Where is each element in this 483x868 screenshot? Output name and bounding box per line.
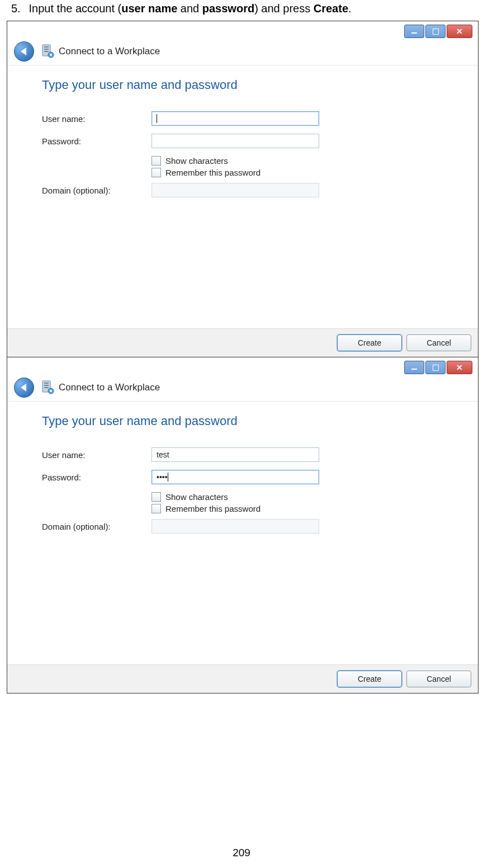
minimize-icon — [411, 369, 417, 370]
cancel-button[interactable]: Cancel — [406, 334, 471, 351]
wizard-footer: Create Cancel — [7, 664, 478, 693]
maximize-icon — [433, 365, 439, 371]
svg-rect-2 — [44, 49, 49, 50]
username-input[interactable]: test — [151, 447, 319, 462]
remember-password-checkbox[interactable] — [151, 168, 161, 177]
show-characters-row: Show characters — [151, 492, 458, 502]
window-chrome-buttons: ✕ — [404, 25, 472, 38]
domain-label: Domain (optional): — [42, 186, 151, 195]
wizard-footer: Create Cancel — [7, 328, 478, 357]
show-characters-checkbox[interactable] — [151, 156, 161, 166]
maximize-icon — [433, 29, 439, 35]
close-icon: ✕ — [456, 364, 463, 371]
minimize-button[interactable] — [404, 25, 424, 38]
password-row: Password: — [42, 134, 458, 148]
domain-row: Domain (optional): — [42, 519, 458, 534]
wizard-heading: Type your user name and password — [42, 78, 458, 92]
maximize-button[interactable] — [425, 361, 446, 374]
password-value: •••• — [157, 473, 168, 482]
wizard-content: Type your user name and password User na… — [7, 65, 478, 328]
close-icon: ✕ — [456, 27, 463, 35]
screenshots-container: ✕ Connect to a Workplace Type your user … — [7, 21, 479, 694]
username-label: User name: — [42, 450, 151, 460]
svg-point-5 — [50, 54, 52, 56]
remember-password-label: Remember this password — [165, 168, 261, 177]
create-button[interactable]: Create — [337, 671, 402, 687]
wizard-window: ✕ Connect to a Workplace Type your user … — [7, 357, 478, 693]
back-arrow-icon — [21, 48, 26, 55]
username-input[interactable] — [151, 111, 319, 126]
show-characters-label: Show characters — [165, 156, 228, 166]
maximize-button[interactable] — [425, 25, 446, 38]
wizard-window: ✕ Connect to a Workplace Type your user … — [7, 21, 478, 357]
minimize-icon — [411, 32, 417, 34]
svg-rect-1 — [44, 46, 49, 48]
domain-input[interactable] — [151, 519, 319, 534]
show-characters-checkbox[interactable] — [151, 492, 161, 502]
domain-label: Domain (optional): — [42, 522, 151, 531]
wizard-heading: Type your user name and password — [42, 414, 458, 428]
wizard-title: Connect to a Workplace — [59, 46, 160, 57]
remember-password-checkbox[interactable] — [151, 504, 161, 513]
step-instruction: 5. Input the account (user name and pass… — [0, 0, 483, 18]
svg-rect-8 — [44, 385, 49, 386]
show-characters-label: Show characters — [165, 492, 228, 502]
password-label: Password: — [42, 136, 151, 146]
back-button[interactable] — [14, 378, 34, 398]
back-arrow-icon — [21, 384, 26, 391]
password-input[interactable]: •••• — [151, 470, 319, 484]
password-input[interactable] — [151, 134, 319, 148]
credentials-form: User name: test Password: •••• Show cha — [42, 447, 458, 534]
svg-rect-7 — [44, 383, 49, 384]
svg-point-11 — [50, 390, 52, 392]
close-button[interactable]: ✕ — [447, 361, 472, 374]
svg-rect-3 — [44, 51, 49, 52]
username-row: User name: — [42, 111, 458, 126]
step-number: 5. — [11, 2, 26, 15]
domain-input[interactable] — [151, 183, 319, 197]
minimize-button[interactable] — [404, 361, 424, 374]
wizard-title: Connect to a Workplace — [59, 382, 160, 393]
username-row: User name: test — [42, 447, 458, 462]
text-cursor — [157, 114, 157, 123]
credentials-form: User name: Password: Show characters — [42, 111, 458, 197]
password-row: Password: •••• — [42, 470, 458, 484]
show-characters-row: Show characters — [151, 156, 458, 166]
domain-row: Domain (optional): — [42, 183, 458, 197]
workplace-icon — [41, 380, 54, 395]
svg-rect-9 — [44, 387, 49, 388]
back-button[interactable] — [14, 41, 34, 62]
workplace-icon — [41, 44, 54, 59]
password-label: Password: — [42, 473, 151, 482]
remember-password-label: Remember this password — [165, 504, 261, 513]
wizard-content: Type your user name and password User na… — [7, 402, 478, 664]
username-value: test — [157, 450, 169, 459]
remember-password-row: Remember this password — [151, 504, 458, 513]
page-number: 209 — [0, 847, 483, 859]
cancel-button[interactable]: Cancel — [406, 671, 471, 687]
text-cursor — [168, 473, 168, 482]
remember-password-row: Remember this password — [151, 168, 458, 177]
close-button[interactable]: ✕ — [447, 25, 472, 38]
username-label: User name: — [42, 114, 151, 124]
window-chrome-buttons: ✕ — [404, 361, 472, 374]
create-button[interactable]: Create — [337, 334, 402, 351]
